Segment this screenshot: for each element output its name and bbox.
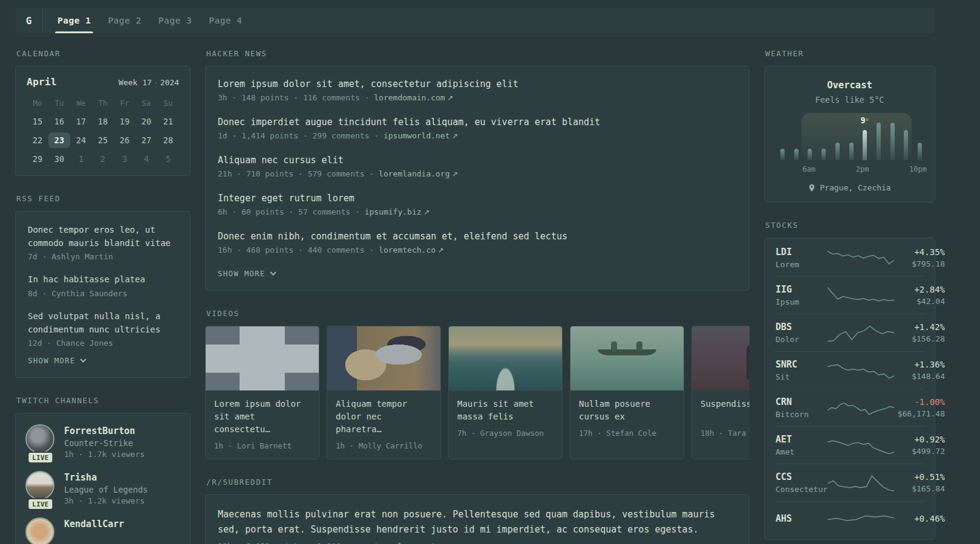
- twitch-channel-info: ForrestBurtonCounter-Strike1h · 1.7k vie…: [64, 426, 145, 459]
- video-card-body: Mauris sit amet massa felis7h · Grayson …: [449, 390, 562, 459]
- calendar-day[interactable]: 18: [92, 114, 114, 129]
- stock-id: IIGIpsum: [776, 284, 828, 306]
- calendar-day[interactable]: 30: [48, 151, 70, 167]
- rss-item[interactable]: Sed volutpat nulla nisl, a condimentum n…: [28, 310, 178, 348]
- calendar-day[interactable]: 26: [114, 132, 136, 148]
- tab-page-3[interactable]: Page 3: [151, 8, 199, 33]
- stock-row[interactable]: LDILorem+4.35%$795.18: [774, 239, 925, 276]
- hn-item-domain[interactable]: ipsumify.biz: [365, 207, 422, 216]
- stock-price: $66,171.48: [894, 409, 945, 418]
- calendar-day-header: Th: [92, 95, 114, 111]
- video-card[interactable]: Aliquam tempor dolor nec pharetra…1h · M…: [327, 326, 441, 459]
- calendar-day[interactable]: 22: [27, 132, 48, 148]
- hn-item[interactable]: Aliquam nec cursus elit21h · 710 points …: [218, 155, 737, 178]
- stock-row[interactable]: CRNBitcorn-1.00%$66,171.48: [774, 389, 925, 426]
- weather-temp-bar: [863, 130, 867, 160]
- rss-section-label: RSS FEED: [16, 194, 191, 203]
- calendar-day[interactable]: 2: [92, 151, 114, 167]
- calendar-day[interactable]: 27: [136, 132, 157, 148]
- weather-temp-bar: [822, 149, 826, 160]
- stock-row[interactable]: CCSConsectetur+0.51%$165.84: [774, 464, 925, 501]
- calendar-day[interactable]: 17: [70, 114, 92, 129]
- video-title: Nullam posuere cursus ex: [579, 398, 675, 423]
- video-card[interactable]: Suspendisse diam18h · Tara: [691, 326, 750, 459]
- hn-item-meta: 21h · 710 points · 579 comments · loreml…: [218, 169, 737, 178]
- live-badge: LIVE: [27, 452, 53, 464]
- tab-page-1[interactable]: Page 1: [50, 8, 98, 33]
- stock-values: +0.46%: [894, 514, 945, 526]
- stock-row[interactable]: AETAmet+0.92%$499.72: [774, 426, 925, 464]
- subreddit-post[interactable]: Maecenas mollis pulvinar erat non posuer…: [218, 507, 737, 544]
- hn-item-meta-prefix: 6h · 60 points · 57 comments ·: [218, 207, 365, 216]
- weather-time-spacer: [896, 165, 909, 173]
- stock-row[interactable]: IIGIpsum+2.84%$42.04: [774, 276, 925, 314]
- twitch-channel-row[interactable]: KendallCarr: [27, 519, 179, 544]
- stock-symbol: DBS: [776, 322, 828, 332]
- external-link-icon: ↗: [422, 208, 430, 216]
- video-title: Lorem ipsum dolor sit amet consectetu…: [214, 398, 310, 436]
- weather-time-label: 6am: [802, 165, 815, 173]
- hn-item-domain[interactable]: ipsumworld.net: [384, 131, 450, 140]
- video-thumbnail: [570, 326, 684, 390]
- subreddit-post-domain[interactable]: loremnet.xyz: [397, 542, 454, 544]
- stock-name: Sit: [776, 372, 828, 381]
- rss-show-more-button[interactable]: SHOW MORE: [28, 356, 178, 365]
- videos-section: VIDEOS Lorem ipsum dolor sit amet consec…: [205, 309, 750, 459]
- sparkline-chart: [828, 322, 894, 344]
- hn-item[interactable]: Donec enim nibh, condimentum et accumsan…: [218, 231, 737, 254]
- weather-feels-like: Feels like 5°C: [776, 95, 924, 105]
- hn-item[interactable]: Integer eget rutrum lorem6h · 60 points …: [218, 193, 737, 216]
- calendar-day[interactable]: 5: [157, 151, 179, 167]
- hn-item-meta: 3h · 148 points · 116 comments · loremdo…: [218, 93, 737, 102]
- video-card[interactable]: Lorem ipsum dolor sit amet consectetu…1h…: [205, 326, 319, 459]
- calendar-day[interactable]: 25: [92, 132, 114, 148]
- rss-item[interactable]: Donec tempor eros leo, ut commodo mauris…: [28, 224, 178, 261]
- calendar-week-year: Week 17·2024: [119, 78, 179, 87]
- calendar-day[interactable]: 29: [27, 151, 48, 167]
- sparkline-chart: [828, 435, 894, 456]
- calendar-day[interactable]: 21: [157, 114, 179, 129]
- calendar-day[interactable]: 28: [157, 132, 179, 148]
- weather-hour-column: [831, 123, 844, 160]
- stock-id: SNRCSit: [776, 359, 828, 381]
- tab-page-4[interactable]: Page 4: [201, 8, 249, 33]
- stock-row[interactable]: SNRCSit+1.36%$148.64: [774, 351, 925, 389]
- rss-item-title: Donec tempor eros leo, ut commodo mauris…: [28, 224, 178, 250]
- calendar-day[interactable]: 3: [114, 151, 136, 167]
- hn-item[interactable]: Donec imperdiet augue tincidunt felis al…: [218, 117, 737, 140]
- hn-show-more-label: SHOW MORE: [218, 269, 266, 278]
- calendar-day[interactable]: 16: [48, 114, 70, 129]
- video-card[interactable]: Mauris sit amet massa felis7h · Grayson …: [448, 326, 563, 459]
- weather-location: Prague, Czechia: [820, 183, 890, 192]
- stock-sparkline: [828, 285, 894, 306]
- calendar-day[interactable]: 1: [70, 151, 92, 167]
- stock-row[interactable]: AHS+0.46%: [774, 501, 925, 538]
- calendar-day[interactable]: 24: [70, 132, 92, 148]
- twitch-channel-row[interactable]: LIVEForrestBurtonCounter-Strike1h · 1.7k…: [27, 426, 179, 459]
- stock-change: +0.51%: [894, 472, 945, 482]
- dashboard-page: G Page 1Page 2Page 3Page 4 CALENDAR Apri…: [0, 0, 980, 544]
- calendar-day[interactable]: 15: [27, 114, 48, 129]
- video-card[interactable]: Nullam posuere cursus ex17h · Stefan Col…: [570, 326, 684, 459]
- calendar-day[interactable]: 19: [114, 114, 136, 129]
- weather-temp-label: 9°: [860, 115, 869, 125]
- weather-temp-bar: [877, 123, 881, 160]
- tab-page-2[interactable]: Page 2: [100, 8, 148, 33]
- external-link-icon: ↗: [450, 170, 459, 178]
- hn-item-domain[interactable]: loremlandia.org: [379, 169, 449, 178]
- hn-item-domain[interactable]: loremtech.co: [379, 245, 436, 254]
- app-logo[interactable]: G: [15, 8, 43, 33]
- stock-values: +0.92%$499.72: [894, 435, 945, 456]
- hn-show-more-button[interactable]: SHOW MORE: [218, 269, 737, 278]
- calendar-day[interactable]: 4: [136, 151, 157, 167]
- hn-item[interactable]: Lorem ipsum dolor sit amet, consectetur …: [218, 79, 737, 102]
- calendar-day[interactable]: 20: [136, 114, 157, 129]
- stock-row[interactable]: DBSDolor+1.42%$156.28: [774, 314, 925, 351]
- calendar-widget: April Week 17·2024 MoTuWeThFrSaSu1516171…: [15, 66, 191, 176]
- twitch-channel-name: Trisha: [64, 472, 148, 483]
- rss-item[interactable]: In hac habitasse platea8d · Cynthia Saun…: [28, 273, 178, 298]
- hn-item-title: Donec imperdiet augue tincidunt felis al…: [218, 117, 737, 128]
- calendar-day-selected[interactable]: 23: [48, 132, 70, 148]
- twitch-channel-row[interactable]: LIVETrishaLeague of Legends3h · 1.2k vie…: [27, 472, 179, 505]
- hn-item-domain[interactable]: loremdomain.com: [374, 93, 445, 102]
